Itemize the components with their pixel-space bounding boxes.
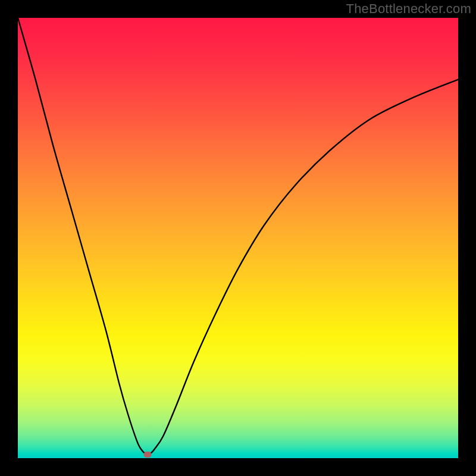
- optimal-point-marker: [144, 452, 152, 458]
- bottleneck-curve: [18, 18, 458, 458]
- plot-area: [18, 18, 458, 458]
- watermark-text: TheBottlenecker.com: [346, 1, 471, 17]
- chart-stage: TheBottlenecker.com: [0, 0, 476, 476]
